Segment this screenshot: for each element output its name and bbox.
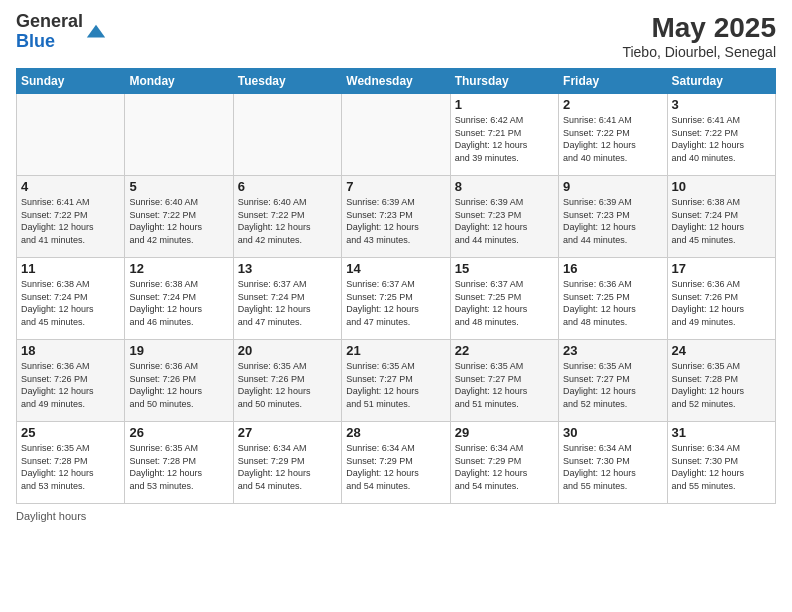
calendar-cell [125, 94, 233, 176]
day-info: Sunrise: 6:37 AM Sunset: 7:25 PM Dayligh… [346, 278, 445, 328]
day-number: 8 [455, 179, 554, 194]
day-info: Sunrise: 6:41 AM Sunset: 7:22 PM Dayligh… [563, 114, 662, 164]
day-info: Sunrise: 6:41 AM Sunset: 7:22 PM Dayligh… [672, 114, 771, 164]
calendar-cell: 26Sunrise: 6:35 AM Sunset: 7:28 PM Dayli… [125, 422, 233, 504]
footer: Daylight hours [16, 510, 776, 522]
day-info: Sunrise: 6:35 AM Sunset: 7:28 PM Dayligh… [129, 442, 228, 492]
calendar-cell: 5Sunrise: 6:40 AM Sunset: 7:22 PM Daylig… [125, 176, 233, 258]
page: General Blue May 2025 Tiebo, Diourbel, S… [0, 0, 792, 612]
calendar-cell: 19Sunrise: 6:36 AM Sunset: 7:26 PM Dayli… [125, 340, 233, 422]
calendar-cell: 14Sunrise: 6:37 AM Sunset: 7:25 PM Dayli… [342, 258, 450, 340]
calendar-day-header: Tuesday [233, 69, 341, 94]
title-block: May 2025 Tiebo, Diourbel, Senegal [622, 12, 776, 60]
day-info: Sunrise: 6:40 AM Sunset: 7:22 PM Dayligh… [129, 196, 228, 246]
calendar-cell: 6Sunrise: 6:40 AM Sunset: 7:22 PM Daylig… [233, 176, 341, 258]
day-number: 15 [455, 261, 554, 276]
day-info: Sunrise: 6:35 AM Sunset: 7:27 PM Dayligh… [346, 360, 445, 410]
day-number: 16 [563, 261, 662, 276]
logo-general-text: General [16, 11, 83, 31]
day-number: 18 [21, 343, 120, 358]
calendar-cell: 3Sunrise: 6:41 AM Sunset: 7:22 PM Daylig… [667, 94, 775, 176]
calendar-cell: 8Sunrise: 6:39 AM Sunset: 7:23 PM Daylig… [450, 176, 558, 258]
location: Tiebo, Diourbel, Senegal [622, 44, 776, 60]
calendar-day-header: Wednesday [342, 69, 450, 94]
header: General Blue May 2025 Tiebo, Diourbel, S… [16, 12, 776, 60]
day-info: Sunrise: 6:39 AM Sunset: 7:23 PM Dayligh… [563, 196, 662, 246]
day-info: Sunrise: 6:34 AM Sunset: 7:29 PM Dayligh… [346, 442, 445, 492]
calendar-week-row: 4Sunrise: 6:41 AM Sunset: 7:22 PM Daylig… [17, 176, 776, 258]
day-info: Sunrise: 6:36 AM Sunset: 7:26 PM Dayligh… [129, 360, 228, 410]
day-info: Sunrise: 6:34 AM Sunset: 7:29 PM Dayligh… [238, 442, 337, 492]
day-info: Sunrise: 6:37 AM Sunset: 7:24 PM Dayligh… [238, 278, 337, 328]
logo-blue-text: Blue [16, 31, 55, 51]
day-info: Sunrise: 6:36 AM Sunset: 7:25 PM Dayligh… [563, 278, 662, 328]
day-info: Sunrise: 6:35 AM Sunset: 7:26 PM Dayligh… [238, 360, 337, 410]
day-info: Sunrise: 6:35 AM Sunset: 7:28 PM Dayligh… [672, 360, 771, 410]
calendar-cell: 4Sunrise: 6:41 AM Sunset: 7:22 PM Daylig… [17, 176, 125, 258]
calendar-cell [17, 94, 125, 176]
day-number: 27 [238, 425, 337, 440]
day-number: 22 [455, 343, 554, 358]
day-number: 23 [563, 343, 662, 358]
day-number: 25 [21, 425, 120, 440]
day-info: Sunrise: 6:39 AM Sunset: 7:23 PM Dayligh… [455, 196, 554, 246]
day-number: 19 [129, 343, 228, 358]
day-number: 9 [563, 179, 662, 194]
calendar-cell: 31Sunrise: 6:34 AM Sunset: 7:30 PM Dayli… [667, 422, 775, 504]
calendar-cell: 23Sunrise: 6:35 AM Sunset: 7:27 PM Dayli… [559, 340, 667, 422]
day-number: 3 [672, 97, 771, 112]
calendar-cell: 13Sunrise: 6:37 AM Sunset: 7:24 PM Dayli… [233, 258, 341, 340]
day-number: 20 [238, 343, 337, 358]
day-number: 7 [346, 179, 445, 194]
day-info: Sunrise: 6:34 AM Sunset: 7:30 PM Dayligh… [563, 442, 662, 492]
calendar-cell: 7Sunrise: 6:39 AM Sunset: 7:23 PM Daylig… [342, 176, 450, 258]
calendar-cell: 21Sunrise: 6:35 AM Sunset: 7:27 PM Dayli… [342, 340, 450, 422]
calendar-cell: 10Sunrise: 6:38 AM Sunset: 7:24 PM Dayli… [667, 176, 775, 258]
calendar-cell: 1Sunrise: 6:42 AM Sunset: 7:21 PM Daylig… [450, 94, 558, 176]
day-number: 14 [346, 261, 445, 276]
day-info: Sunrise: 6:36 AM Sunset: 7:26 PM Dayligh… [672, 278, 771, 328]
day-number: 13 [238, 261, 337, 276]
calendar-cell: 16Sunrise: 6:36 AM Sunset: 7:25 PM Dayli… [559, 258, 667, 340]
month-year: May 2025 [622, 12, 776, 44]
day-info: Sunrise: 6:40 AM Sunset: 7:22 PM Dayligh… [238, 196, 337, 246]
calendar-cell: 9Sunrise: 6:39 AM Sunset: 7:23 PM Daylig… [559, 176, 667, 258]
day-number: 26 [129, 425, 228, 440]
day-number: 2 [563, 97, 662, 112]
calendar-cell: 24Sunrise: 6:35 AM Sunset: 7:28 PM Dayli… [667, 340, 775, 422]
day-info: Sunrise: 6:37 AM Sunset: 7:25 PM Dayligh… [455, 278, 554, 328]
calendar-week-row: 18Sunrise: 6:36 AM Sunset: 7:26 PM Dayli… [17, 340, 776, 422]
day-info: Sunrise: 6:34 AM Sunset: 7:29 PM Dayligh… [455, 442, 554, 492]
calendar-cell: 12Sunrise: 6:38 AM Sunset: 7:24 PM Dayli… [125, 258, 233, 340]
day-info: Sunrise: 6:42 AM Sunset: 7:21 PM Dayligh… [455, 114, 554, 164]
calendar-cell: 25Sunrise: 6:35 AM Sunset: 7:28 PM Dayli… [17, 422, 125, 504]
day-info: Sunrise: 6:41 AM Sunset: 7:22 PM Dayligh… [21, 196, 120, 246]
day-number: 29 [455, 425, 554, 440]
logo: General Blue [16, 12, 107, 52]
day-number: 11 [21, 261, 120, 276]
calendar-week-row: 11Sunrise: 6:38 AM Sunset: 7:24 PM Dayli… [17, 258, 776, 340]
day-number: 6 [238, 179, 337, 194]
calendar-table: SundayMondayTuesdayWednesdayThursdayFrid… [16, 68, 776, 504]
day-info: Sunrise: 6:34 AM Sunset: 7:30 PM Dayligh… [672, 442, 771, 492]
day-info: Sunrise: 6:38 AM Sunset: 7:24 PM Dayligh… [672, 196, 771, 246]
calendar-cell: 28Sunrise: 6:34 AM Sunset: 7:29 PM Dayli… [342, 422, 450, 504]
calendar-day-header: Friday [559, 69, 667, 94]
calendar-cell: 17Sunrise: 6:36 AM Sunset: 7:26 PM Dayli… [667, 258, 775, 340]
calendar-header-row: SundayMondayTuesdayWednesdayThursdayFrid… [17, 69, 776, 94]
day-info: Sunrise: 6:39 AM Sunset: 7:23 PM Dayligh… [346, 196, 445, 246]
day-info: Sunrise: 6:38 AM Sunset: 7:24 PM Dayligh… [129, 278, 228, 328]
calendar-cell: 20Sunrise: 6:35 AM Sunset: 7:26 PM Dayli… [233, 340, 341, 422]
day-number: 24 [672, 343, 771, 358]
day-number: 4 [21, 179, 120, 194]
day-number: 31 [672, 425, 771, 440]
day-number: 1 [455, 97, 554, 112]
calendar-cell: 15Sunrise: 6:37 AM Sunset: 7:25 PM Dayli… [450, 258, 558, 340]
svg-marker-0 [87, 24, 105, 37]
day-info: Sunrise: 6:36 AM Sunset: 7:26 PM Dayligh… [21, 360, 120, 410]
calendar-day-header: Monday [125, 69, 233, 94]
logo-icon [85, 21, 107, 43]
day-number: 30 [563, 425, 662, 440]
day-number: 28 [346, 425, 445, 440]
calendar-cell: 18Sunrise: 6:36 AM Sunset: 7:26 PM Dayli… [17, 340, 125, 422]
